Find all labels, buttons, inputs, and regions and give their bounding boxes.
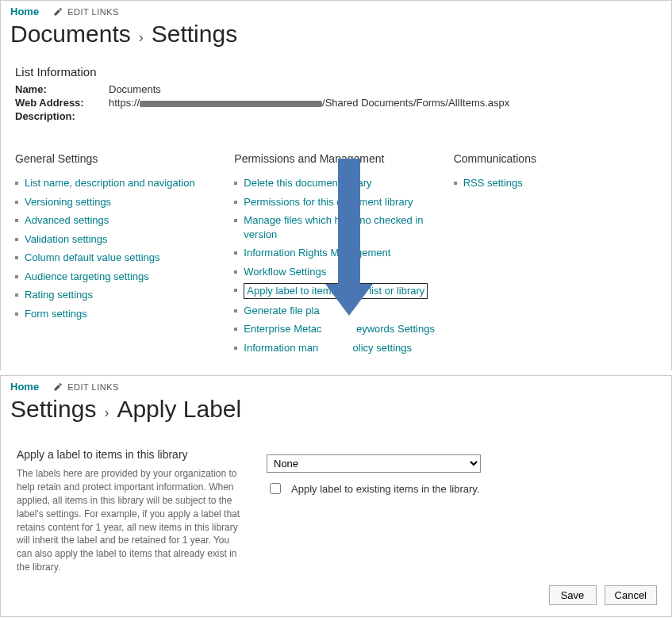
apply-label-heading: Apply a label to items in this library — [17, 448, 243, 461]
link-rating-settings[interactable]: Rating settings — [25, 288, 93, 302]
breadcrumb-part-apply-label: Apply Label — [117, 396, 241, 423]
action-buttons: Save Cancel — [1, 581, 671, 616]
settings-panel: Home EDIT LINKS Documents › Settings Lis… — [0, 0, 672, 370]
communications-column: Communications RSS settings — [454, 148, 657, 359]
webaddress-label: Web Address: — [15, 97, 94, 109]
description-label: Description: — [15, 110, 94, 122]
apply-existing-checkbox[interactable] — [270, 483, 281, 494]
link-info-mgmt-policy[interactable]: Information man olicy settings — [244, 341, 412, 355]
nav-home-link[interactable]: Home — [10, 6, 39, 17]
apply-label-description: Apply a label to items in this library T… — [17, 442, 243, 573]
page-title-bottom: Settings › Apply Label — [1, 393, 671, 434]
breadcrumb-part-settings: Settings — [152, 21, 237, 48]
apply-label-section: Apply a label to items in this library T… — [1, 434, 671, 580]
settings-columns: General Settings List name, description … — [1, 148, 671, 370]
save-button[interactable]: Save — [549, 585, 597, 605]
pencil-icon — [53, 7, 63, 17]
list-info-heading: List Information — [15, 65, 657, 79]
permissions-heading: Permissions and Management — [234, 152, 437, 165]
top-nav: Home EDIT LINKS — [1, 1, 671, 17]
edit-links-button[interactable]: EDIT LINKS — [53, 7, 119, 17]
breadcrumb-part-settings-b: Settings — [10, 396, 96, 423]
link-validation-settings[interactable]: Validation settings — [25, 232, 108, 247]
link-list-name-desc-nav[interactable]: List name, description and navigation — [25, 176, 195, 190]
name-value: Documents — [109, 83, 161, 95]
link-generate-file-plan[interactable]: Generate file pla — [244, 304, 319, 318]
general-settings-heading: General Settings — [15, 152, 218, 165]
edit-links-button-bottom[interactable]: EDIT LINKS — [53, 382, 119, 392]
link-form-settings[interactable]: Form settings — [25, 307, 87, 321]
link-advanced-settings[interactable]: Advanced settings — [25, 213, 109, 228]
apply-label-text: The labels here are provided by your org… — [17, 467, 243, 573]
cancel-button[interactable]: Cancel — [605, 585, 657, 605]
edit-links-label: EDIT LINKS — [67, 7, 119, 17]
link-versioning-settings[interactable]: Versioning settings — [25, 195, 111, 209]
permissions-column: Permissions and Management Delete this d… — [234, 148, 437, 359]
general-settings-column: General Settings List name, description … — [15, 148, 218, 359]
apply-existing-label: Apply label to existing items in the lib… — [291, 483, 479, 495]
chevron-right-icon: › — [139, 29, 144, 46]
edit-links-label-bottom: EDIT LINKS — [67, 382, 119, 392]
breadcrumb-part-documents: Documents — [10, 21, 131, 48]
redacted-url — [140, 101, 322, 107]
link-workflow-settings[interactable]: Workflow Settings — [244, 265, 326, 279]
link-permissions-library[interactable]: Permissions for this document library — [244, 195, 413, 209]
link-rss-settings[interactable]: RSS settings — [463, 176, 523, 190]
webaddress-value: https:///Shared Documents/Forms/AllItems… — [109, 97, 509, 109]
top-nav-bottom: Home EDIT LINKS — [1, 376, 671, 393]
communications-heading: Communications — [454, 152, 657, 165]
link-manage-no-checkin[interactable]: Manage files which have no checked in ve… — [244, 213, 437, 241]
chevron-right-icon: › — [104, 404, 109, 421]
link-delete-library[interactable]: Delete this document library — [244, 176, 371, 190]
pencil-icon — [53, 382, 63, 392]
link-apply-label[interactable]: Apply label to items in this list or lib… — [244, 283, 428, 299]
page-title: Documents › Settings — [1, 17, 671, 59]
communications-list: RSS settings — [454, 176, 657, 190]
link-enterprise-metadata[interactable]: Enterprise Metac eywords Settings — [244, 322, 435, 336]
permissions-list: Delete this document library Permissions… — [234, 176, 437, 355]
link-audience-targeting[interactable]: Audience targeting settings — [25, 270, 149, 284]
apply-label-panel: Home EDIT LINKS Settings › Apply Label A… — [0, 375, 672, 616]
list-information-section: List Information Name: Documents Web Add… — [1, 65, 671, 138]
nav-home-link-bottom[interactable]: Home — [10, 381, 39, 393]
general-settings-list: List name, description and navigation Ve… — [15, 176, 218, 320]
link-column-default-value[interactable]: Column default value settings — [25, 251, 160, 265]
apply-label-controls: None Apply label to existing items in th… — [267, 442, 655, 573]
name-label: Name: — [15, 83, 94, 95]
link-irm[interactable]: Information Rights Management — [244, 246, 390, 260]
label-select[interactable]: None — [267, 454, 481, 473]
